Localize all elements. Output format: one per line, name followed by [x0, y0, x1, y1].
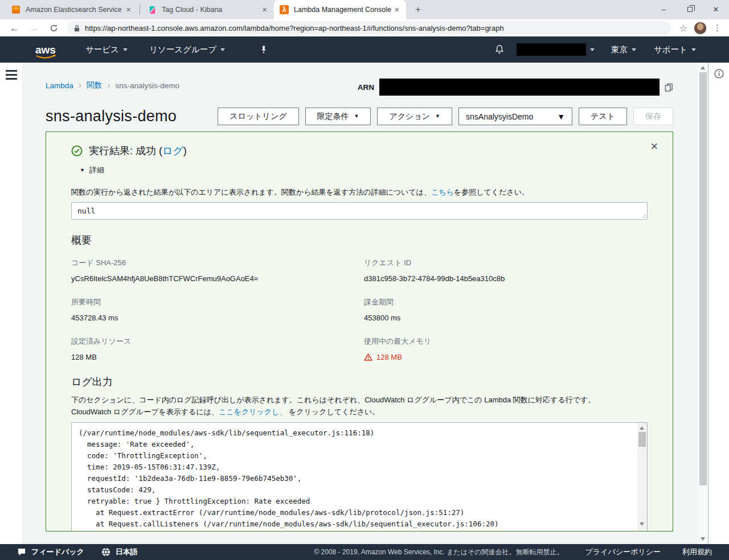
feedback-button[interactable]: フィードバック: [17, 547, 84, 557]
aws-logo[interactable]: aws: [35, 44, 56, 55]
browser-menu-icon[interactable]: ⋮: [713, 23, 722, 33]
tab-kibana[interactable]: Tag Cloud - Kibana ✕: [142, 0, 274, 19]
test-event-select[interactable]: snsAnalysyisDemo▼: [458, 108, 572, 125]
elasticsearch-favicon-icon: [11, 5, 21, 14]
log-output-heading: ログ出力: [71, 375, 648, 389]
breadcrumb-lambda[interactable]: Lambda: [46, 81, 73, 90]
language-selector[interactable]: 日本語: [101, 547, 138, 557]
breadcrumb-functions[interactable]: 関数: [87, 80, 102, 90]
chevron-down-icon: [220, 48, 225, 51]
nav-support[interactable]: サポート: [654, 44, 696, 55]
tab-title: Lambda Management Console: [294, 6, 392, 14]
redacted-account-name[interactable]: [517, 43, 586, 56]
success-check-icon: [71, 145, 83, 157]
result-value-textarea[interactable]: null: [71, 202, 648, 220]
field-request-id: リクエスト ID d381c958-3b72-4784-99db-14b5ea3…: [364, 258, 648, 283]
notifications-bell-icon[interactable]: [494, 44, 505, 55]
page-scrollbar[interactable]: [698, 63, 708, 544]
browser-avatar[interactable]: [694, 22, 707, 35]
close-tab-icon[interactable]: ✕: [124, 5, 133, 15]
console-footer: フィードバック 日本語 © 2008 - 2019, Amazon Web Se…: [0, 544, 729, 560]
url-omnibox[interactable]: https://ap-northeast-1.console.aws.amazo…: [67, 21, 671, 35]
scroll-up-icon[interactable]: [701, 66, 705, 69]
kibana-favicon-icon: [148, 5, 157, 14]
pin-icon[interactable]: [260, 46, 267, 54]
minimize-button[interactable]: –: [650, 0, 677, 18]
nav-resource-groups[interactable]: リソースグループ: [149, 44, 225, 55]
lambda-favicon-icon: λ: [280, 5, 289, 14]
aws-smile-icon: [35, 55, 57, 60]
bookmark-star-icon[interactable]: ☆: [679, 23, 687, 34]
hamburger-menu-icon[interactable]: [6, 70, 17, 82]
summary-heading: 概要: [71, 233, 648, 247]
kochira-link[interactable]: こちら: [431, 188, 454, 196]
close-tab-icon[interactable]: ✕: [260, 5, 269, 15]
speech-bubble-icon: [17, 548, 26, 556]
new-tab-button[interactable]: +: [411, 2, 425, 17]
close-panel-icon[interactable]: ✕: [650, 141, 658, 153]
log-link[interactable]: ログ: [162, 145, 183, 157]
main-content: Lambda › 関数 › sns-analysis-demo ARN sns-…: [46, 63, 673, 544]
log-text[interactable]: (/var/runtime/node_modules/aws-sdk/lib/s…: [72, 423, 637, 532]
nav-region-label: 東京: [611, 44, 628, 55]
qualifiers-button[interactable]: 限定条件▼: [305, 108, 371, 125]
actions-button[interactable]: アクション▼: [377, 108, 452, 125]
tab-title: Amazon Elasticsearch Service Ma: [26, 6, 124, 14]
field-code-sha256: コード SHA-256 yCsR6ItelcSAM4hfjA8UeB8thTCF…: [71, 258, 364, 283]
breadcrumb-current: sns-analysis-demo: [115, 81, 179, 90]
field-duration: 所要時間 453728.43 ms: [71, 297, 364, 322]
chevron-down-icon: [632, 48, 636, 51]
scrollbar-thumb[interactable]: [638, 432, 646, 447]
chevron-down-icon: [123, 48, 128, 51]
caret-down-icon: ▼: [80, 167, 85, 173]
privacy-policy-link[interactable]: プライバシーポリシー: [585, 547, 661, 557]
scroll-up-icon[interactable]: [640, 426, 644, 430]
tab-separator: [140, 5, 140, 15]
throttling-button[interactable]: スロットリング: [218, 108, 298, 125]
terms-link[interactable]: 利用規約: [682, 547, 712, 557]
field-billed-duration: 課金期間 453800 ms: [364, 297, 648, 322]
scrollbar-thumb[interactable]: [699, 72, 707, 485]
restore-icon: [687, 7, 693, 12]
resize-handle-icon[interactable]: [641, 213, 646, 218]
result-description: 関数の実行から返された結果が以下のエリアに表示されます。関数から結果を返す方法の…: [71, 187, 648, 197]
restore-button[interactable]: [677, 0, 703, 18]
save-button: 保存: [633, 108, 673, 125]
reload-icon[interactable]: [50, 24, 58, 32]
nav-services[interactable]: サービス: [85, 44, 128, 55]
back-icon[interactable]: ←: [10, 23, 19, 33]
browser-tab-strip: Amazon Elasticsearch Service Ma ✕ Tag Cl…: [0, 0, 729, 19]
close-window-button[interactable]: ✕: [703, 0, 729, 18]
forward-icon: →: [29, 23, 39, 33]
caret-down-icon: ▼: [557, 112, 565, 121]
log-scrollbar[interactable]: [637, 423, 647, 529]
tab-elasticsearch[interactable]: Amazon Elasticsearch Service Ma ✕: [6, 0, 138, 19]
log-output-box: (/var/runtime/node_modules/aws-sdk/lib/s…: [71, 422, 648, 532]
tab-lambda-console[interactable]: λ Lambda Management Console ✕: [274, 0, 406, 19]
field-max-memory-used: 使用中の最大メモリ 128 MB: [364, 336, 648, 361]
copy-icon[interactable]: [665, 83, 673, 92]
result-value: null: [77, 207, 95, 215]
close-tab-icon[interactable]: ✕: [392, 5, 402, 15]
address-bar: ← → https://ap-northeast-1.console.aws.a…: [0, 19, 729, 36]
details-toggle[interactable]: ▼ 詳細: [80, 165, 648, 175]
window-controls: – ✕: [650, 0, 729, 18]
lock-icon: [74, 24, 80, 32]
chevron-right-icon: ›: [79, 80, 81, 90]
scroll-down-icon[interactable]: [701, 537, 705, 541]
chevron-right-icon: ›: [107, 80, 110, 90]
info-icon[interactable]: [714, 69, 724, 81]
test-button[interactable]: テスト: [579, 108, 627, 125]
scroll-down-icon[interactable]: [640, 522, 644, 526]
log-resize-area[interactable]: [637, 529, 647, 532]
tab-title: Tag Cloud - Kibana: [162, 6, 260, 14]
click-here-link[interactable]: ここをクリックし、: [219, 407, 286, 416]
arn-label: ARN: [358, 83, 374, 92]
execution-result-panel: ✕ 実行結果: 成功 (ログ) ▼ 詳細 関数の実行から返された結果が以下のエリ…: [46, 131, 673, 532]
breadcrumb: Lambda › 関数 › sns-analysis-demo: [46, 80, 179, 90]
nav-region[interactable]: 東京: [611, 44, 636, 55]
execution-result-header: 実行結果: 成功 (ログ): [71, 144, 648, 158]
console-page: Lambda › 関数 › sns-analysis-demo ARN sns-…: [0, 63, 729, 544]
aws-nav-bar: aws サービス リソースグループ 東京 サポート: [0, 36, 729, 63]
globe-icon: [101, 547, 110, 557]
